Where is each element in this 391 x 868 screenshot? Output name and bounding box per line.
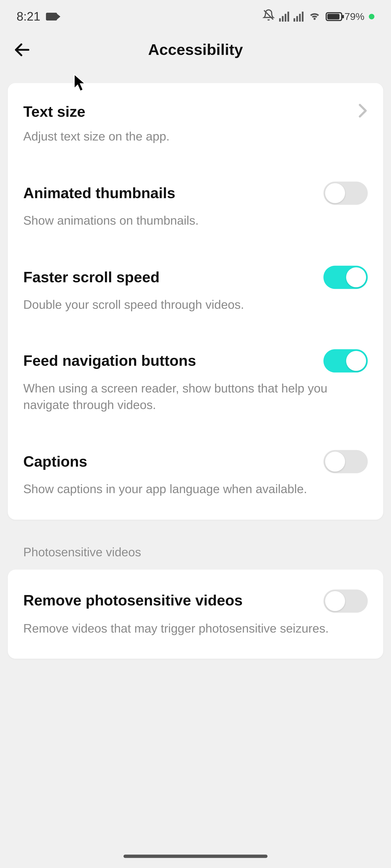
back-button[interactable]	[11, 39, 33, 61]
status-bar: 8:21	[0, 0, 391, 33]
text-size-title: Text size	[23, 103, 86, 121]
arrow-left-icon	[13, 40, 32, 59]
remove-photosensitive-toggle[interactable]	[323, 589, 368, 613]
text-size-row[interactable]: Text size Adjust text size on the app.	[23, 83, 368, 162]
remove-photosensitive-desc: Remove videos that may trigger photosens…	[23, 620, 350, 637]
signal-bars-icon	[279, 12, 289, 22]
captions-toggle[interactable]	[323, 450, 368, 473]
animated-thumbnails-desc: Show animations on thumbnails.	[23, 213, 350, 229]
wifi-icon	[308, 9, 321, 24]
faster-scroll-title: Faster scroll speed	[23, 268, 160, 286]
faster-scroll-row: Faster scroll speed Double your scroll s…	[23, 246, 368, 330]
battery-icon	[326, 12, 342, 21]
feed-nav-desc: When using a screen reader, show buttons…	[23, 381, 350, 413]
captions-title: Captions	[23, 453, 87, 471]
notification-muted-icon	[263, 9, 275, 24]
chevron-right-icon	[358, 103, 368, 121]
animated-thumbnails-title: Animated thumbnails	[23, 184, 175, 202]
text-size-desc: Adjust text size on the app.	[23, 129, 350, 145]
battery-percentage: 79%	[344, 11, 364, 23]
feed-nav-title: Feed navigation buttons	[23, 352, 196, 370]
general-settings-card: Text size Adjust text size on the app. A…	[8, 83, 383, 520]
faster-scroll-toggle[interactable]	[323, 266, 368, 289]
home-indicator[interactable]	[123, 855, 267, 858]
captions-desc: Show captions in your app language when …	[23, 481, 350, 497]
animated-thumbnails-row: Animated thumbnails Show animations on t…	[23, 162, 368, 246]
status-time: 8:21	[17, 9, 40, 24]
photosensitive-card: Remove photosensitive videos Remove vide…	[8, 569, 383, 659]
camera-recording-icon	[46, 13, 57, 21]
signal-bars-icon-2	[294, 12, 303, 22]
animated-thumbnails-toggle[interactable]	[323, 182, 368, 205]
captions-row: Captions Show captions in your app langu…	[23, 430, 368, 519]
feed-nav-row: Feed navigation buttons When using a scr…	[23, 330, 368, 430]
page-title: Accessibility	[0, 41, 391, 59]
camera-active-dot-icon	[369, 14, 374, 19]
remove-photosensitive-title: Remove photosensitive videos	[23, 592, 243, 610]
remove-photosensitive-row: Remove photosensitive videos Remove vide…	[23, 569, 368, 659]
feed-nav-toggle[interactable]	[323, 349, 368, 373]
faster-scroll-desc: Double your scroll speed through videos.	[23, 297, 350, 313]
photosensitive-section-label: Photosensitive videos	[23, 545, 368, 559]
page-header: Accessibility	[0, 33, 391, 66]
